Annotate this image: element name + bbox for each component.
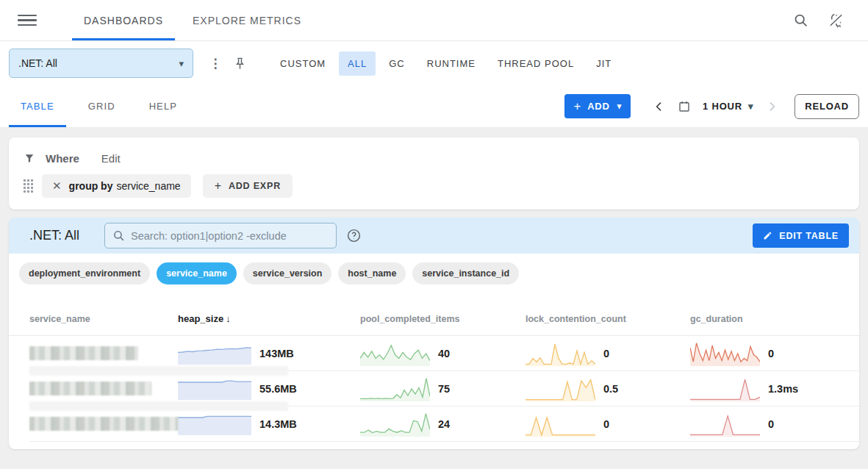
edit-table-label: EDIT TABLE xyxy=(779,231,839,241)
table-row[interactable]: 14.3MB2400 xyxy=(29,407,859,442)
chip-service-version[interactable]: service_version xyxy=(243,262,332,284)
metric-value: 0 xyxy=(603,418,609,430)
redacted-service-name xyxy=(29,417,178,431)
tab-runtime[interactable]: RUNTIME xyxy=(418,51,484,76)
tab-explore-metrics[interactable]: EXPLORE METRICS xyxy=(181,0,313,40)
edit-table-button[interactable]: EDIT TABLE xyxy=(753,223,849,248)
plus-icon: + xyxy=(573,99,581,114)
edit-link[interactable]: Edit xyxy=(101,152,121,165)
metric-cell-pool_completed_items: 40 xyxy=(360,341,526,366)
col-pool-completed-items[interactable]: pool_completed_items xyxy=(360,314,526,324)
tab-thread-pool[interactable]: THREAD POOL xyxy=(489,51,583,76)
sort-desc-icon: ↓ xyxy=(226,313,231,324)
add-expr-button[interactable]: + ADD EXPR xyxy=(203,174,293,198)
chevron-down-icon: ▾ xyxy=(179,58,184,69)
chip-deployment-environment[interactable]: deployment_environment xyxy=(19,262,150,284)
sparkline xyxy=(360,376,430,401)
drag-handle-icon[interactable] xyxy=(24,179,33,193)
topbar: DASHBOARDS EXPLORE METRICS xyxy=(0,0,868,41)
sparkline xyxy=(690,376,760,401)
service-name-cell[interactable] xyxy=(29,407,178,441)
sparkline xyxy=(178,413,251,435)
add-expr-label: ADD EXPR xyxy=(229,181,281,191)
pencil-icon xyxy=(763,231,772,240)
chip-host-name[interactable]: host_name xyxy=(338,262,406,284)
sparkline xyxy=(178,343,251,365)
metric-cell-heap_size: 55.6MB xyxy=(178,378,360,400)
col-heap-size[interactable]: heap_size↓ xyxy=(178,313,360,324)
where-label: Where xyxy=(46,152,79,165)
tab-grid[interactable]: GRID xyxy=(76,85,127,127)
chip-service-name[interactable]: service_name xyxy=(157,262,237,284)
col-service-name[interactable]: service_name xyxy=(29,314,178,324)
theme-toggle-icon[interactable] xyxy=(821,6,850,35)
sparkline xyxy=(690,412,760,437)
time-next-icon[interactable] xyxy=(759,94,784,119)
tab-help[interactable]: HELP xyxy=(137,85,189,127)
metric-cell-pool_completed_items: 24 xyxy=(360,412,526,437)
remove-icon[interactable]: ✕ xyxy=(52,179,62,193)
add-button-label: ADD xyxy=(587,101,610,112)
time-range-value: 1 HOUR xyxy=(703,101,742,112)
search-input[interactable] xyxy=(131,230,329,242)
metric-value: 0.5 xyxy=(603,383,618,395)
metric-cell-pool_completed_items: 75 xyxy=(360,376,526,401)
table-title: .NET: All xyxy=(29,228,79,243)
redacted-service-name xyxy=(29,346,138,360)
tab-gc[interactable]: GC xyxy=(380,51,414,76)
help-icon[interactable] xyxy=(341,223,366,248)
sparkline xyxy=(526,341,595,366)
col-gc-duration[interactable]: gc_duration xyxy=(690,314,859,324)
plus-icon: + xyxy=(215,179,221,193)
primary-nav: DASHBOARDS EXPLORE METRICS xyxy=(72,0,319,40)
group-by-value: service_name xyxy=(116,180,180,192)
dashboard-section-tabs: CUSTOM ALL GC RUNTIME THREAD POOL JIT xyxy=(271,51,625,76)
table-header-row: service_name heap_size↓ pool_completed_i… xyxy=(9,302,859,336)
col-lock-contention-count[interactable]: lock_contention_count xyxy=(526,314,690,324)
service-name-cell[interactable] xyxy=(29,336,178,370)
filter-panel: Where Edit ✕ group by service_name + ADD… xyxy=(9,137,859,210)
search-icon[interactable] xyxy=(786,6,815,35)
table-panel: .NET: All EDIT TABLE xyxy=(9,218,859,449)
time-range-selector[interactable]: 1 HOUR ▾ xyxy=(697,101,759,112)
service-name-cell[interactable] xyxy=(29,371,178,406)
filter-icon xyxy=(24,152,35,164)
dashboard-bar: .NET: All ▾ ⋮ CUSTOM ALL GC RUNTIME THRE… xyxy=(0,41,868,85)
metric-cell-lock_contention_count: 0 xyxy=(526,341,690,366)
time-prev-icon[interactable] xyxy=(647,94,672,119)
reload-button[interactable]: RELOAD xyxy=(795,94,859,119)
metric-value: 0 xyxy=(603,348,609,359)
chip-service-instance-id[interactable]: service_instance_id xyxy=(412,262,519,284)
sparkline xyxy=(360,341,430,366)
metric-value: 55.6MB xyxy=(259,383,297,395)
pin-icon[interactable] xyxy=(229,57,251,71)
tab-dashboards[interactable]: DASHBOARDS xyxy=(72,0,175,40)
metric-cell-heap_size: 143MB xyxy=(178,343,360,365)
redaction-artifact xyxy=(29,366,288,376)
tab-table[interactable]: TABLE xyxy=(9,85,66,127)
more-options-icon[interactable]: ⋮ xyxy=(207,57,224,70)
dashboard-selector[interactable]: .NET: All ▾ xyxy=(9,49,193,78)
page-content: Where Edit ✕ group by service_name + ADD… xyxy=(0,128,868,459)
view-bar: TABLE GRID HELP + ADD ▾ 1 HOUR ▾ RELOAD xyxy=(0,85,868,128)
search-icon xyxy=(112,229,125,242)
app-header: DASHBOARDS EXPLORE METRICS .NET: All ▾ ⋮ xyxy=(0,0,868,128)
group-by-prefix: group by xyxy=(69,180,113,192)
tab-jit[interactable]: JIT xyxy=(587,51,620,76)
metric-cell-gc_duration: 1.3ms xyxy=(690,376,859,401)
attribute-chips: deployment_environment service_name serv… xyxy=(9,254,859,293)
table-search[interactable] xyxy=(104,223,337,248)
metric-value: 40 xyxy=(438,348,450,359)
table-row[interactable]: 143MB4000 xyxy=(29,336,859,371)
menu-icon[interactable] xyxy=(18,15,37,26)
tab-all[interactable]: ALL xyxy=(339,51,376,76)
chevron-down-icon: ▾ xyxy=(617,101,622,111)
table-body: 143MB400055.6MB750.51.3ms14.3MB2400 xyxy=(9,336,859,449)
sparkline xyxy=(360,412,430,437)
tab-custom[interactable]: CUSTOM xyxy=(271,51,334,76)
calendar-icon[interactable] xyxy=(672,94,697,119)
metric-value: 0 xyxy=(768,348,774,359)
add-button[interactable]: + ADD ▾ xyxy=(564,94,631,118)
group-by-chip[interactable]: ✕ group by service_name xyxy=(42,174,191,198)
table-row[interactable]: 55.6MB750.51.3ms xyxy=(29,371,859,407)
